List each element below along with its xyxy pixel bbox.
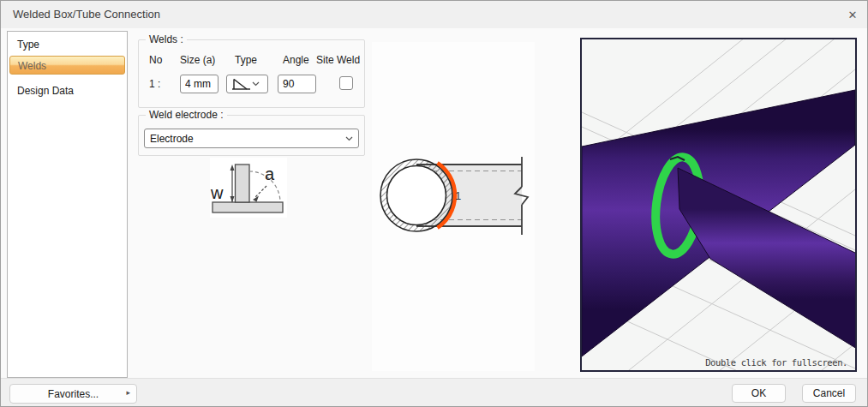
tube-section-diagram: 1 xyxy=(372,42,535,371)
col-header-no: No xyxy=(149,54,162,66)
favorites-button[interactable]: Favorites... ▸ xyxy=(9,384,137,404)
dialog-welded-box-tube-connection: Welded Box/Tube Connection ✕ Type Welds … xyxy=(0,0,868,407)
preview-3d-viewport[interactable]: Double click for fullscreen. xyxy=(580,38,857,372)
electrode-dropdown[interactable]: Electrode xyxy=(144,129,359,148)
welds-group: Welds : No Size (a) Type Angle Site Weld… xyxy=(138,39,365,108)
fullscreen-hint: Double click for fullscreen. xyxy=(705,357,847,368)
weld-type-dropdown[interactable] xyxy=(226,75,268,93)
a-label: a xyxy=(265,165,275,183)
footer-bar: Favorites... ▸ OK Cancel xyxy=(1,378,867,407)
favorites-label: Favorites... xyxy=(48,388,99,400)
col-header-angle: Angle xyxy=(283,54,309,66)
sidebar-item-label: Welds xyxy=(18,60,46,72)
base-plate-shape xyxy=(213,202,283,212)
col-header-size: Size (a) xyxy=(180,54,215,66)
dialog-title: Welded Box/Tube Connection xyxy=(13,8,160,21)
chevron-down-icon xyxy=(345,136,353,141)
cancel-button[interactable]: Cancel xyxy=(802,384,856,403)
sidebar-item-type[interactable]: Type xyxy=(9,35,125,54)
weld-size-input[interactable] xyxy=(180,75,218,93)
weld-number-label: 1 xyxy=(455,189,461,202)
electrode-selected-value: Electrode xyxy=(145,133,345,145)
preview-3d-scene: Double click for fullscreen. xyxy=(582,39,855,370)
site-weld-checkbox[interactable] xyxy=(339,76,353,90)
w-label: w xyxy=(210,183,224,202)
close-button[interactable]: ✕ xyxy=(840,4,865,25)
col-header-type: Type xyxy=(235,54,257,66)
flyout-arrow-icon: ▸ xyxy=(126,388,130,397)
weld-electrode-label: Weld electrode : xyxy=(146,109,227,121)
ok-button[interactable]: OK xyxy=(732,384,786,403)
weld-electrode-group: Weld electrode : Electrode xyxy=(138,115,365,156)
close-icon: ✕ xyxy=(848,9,858,21)
sidebar-item-label: Design Data xyxy=(17,85,74,97)
title-bar: Welded Box/Tube Connection ✕ xyxy=(1,1,867,28)
weld-dimension-diagram: w a xyxy=(210,158,287,218)
ok-label: OK xyxy=(751,387,766,399)
cancel-label: Cancel xyxy=(813,387,845,399)
sidebar-item-design-data[interactable]: Design Data xyxy=(9,81,125,100)
weld-row-number: 1 : xyxy=(149,78,160,90)
sidebar-item-label: Type xyxy=(17,39,39,51)
sidebar-item-welds[interactable]: Welds xyxy=(9,56,125,75)
vertical-plate-shape xyxy=(236,165,250,202)
col-header-site-weld: Site Weld xyxy=(316,54,360,66)
chevron-down-icon xyxy=(252,81,260,87)
fillet-weld-icon xyxy=(230,77,252,92)
sidebar: Type Welds Design Data xyxy=(7,31,128,378)
weld-angle-input[interactable] xyxy=(278,75,316,93)
welds-group-label: Welds : xyxy=(146,33,187,45)
